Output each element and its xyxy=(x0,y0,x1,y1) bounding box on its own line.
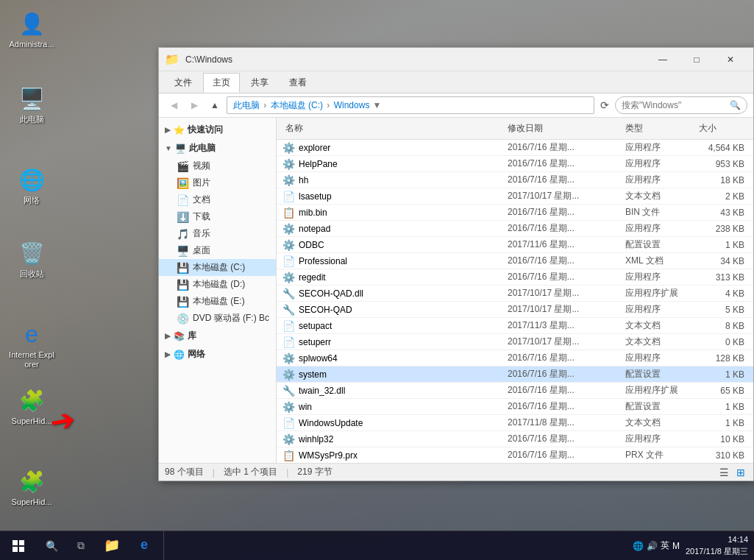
desktop-icon-superhide1[interactable]: 🧩 SuperHid... xyxy=(6,383,57,429)
quick-access-header[interactable]: ▶ ⭐ 快速访问 xyxy=(159,121,276,139)
breadcrumb-windows[interactable]: Windows xyxy=(334,100,370,110)
address-chevron[interactable]: ▼ xyxy=(372,100,381,110)
tab-home[interactable]: 主页 xyxy=(203,73,240,93)
table-row[interactable]: 🔧 twain_32.dll 2016/7/16 星期... 应用程序扩展 65… xyxy=(277,383,753,399)
task-view-button[interactable]: ⧉ xyxy=(66,531,96,560)
breadcrumb-thispc[interactable]: 此电脑 xyxy=(233,100,260,110)
nav-dvd[interactable]: 💿 DVD 驱动器 (F:) Bc xyxy=(159,310,276,327)
file-name: regedit xyxy=(299,272,326,283)
file-name-cell: 📋 mib.bin xyxy=(282,207,505,219)
table-row[interactable]: ⚙️ explorer 2016/7/16 星期... 应用程序 4,564 K… xyxy=(277,140,753,156)
desktop-nav-icon: 🖥️ xyxy=(177,245,189,257)
address-input[interactable]: 此电脑 › 本地磁盘 (C:) › Windows ▼ xyxy=(227,96,594,114)
tab-share[interactable]: 共享 xyxy=(241,73,278,93)
col-date[interactable]: 修改日期 xyxy=(505,121,622,136)
table-row[interactable]: ⚙️ hh 2016/7/16 星期... 应用程序 18 KB xyxy=(277,172,753,188)
file-date: 2016/7/16 星期... xyxy=(505,433,622,445)
back-button[interactable]: ◀ xyxy=(165,96,182,114)
table-row[interactable]: ⚙️ HelpPane 2016/7/16 星期... 应用程序 953 KB xyxy=(277,156,753,172)
desktop-icon-admin[interactable]: 👤 Administra... xyxy=(6,6,57,52)
superhide2-icon: 🧩 xyxy=(17,467,46,496)
file-type-icon: 🔧 xyxy=(282,288,295,300)
breadcrumb-cdrive[interactable]: 本地磁盘 (C:) xyxy=(271,100,323,110)
search-taskbar-button[interactable]: 🔍 xyxy=(37,531,66,560)
file-type: 文本文档 xyxy=(622,190,696,202)
desktop-icon-ie[interactable]: e Internet Explorer xyxy=(6,316,57,372)
thispc-section[interactable]: ▼ 🖥️ 此电脑 xyxy=(159,139,276,157)
table-row[interactable]: ⚙️ splwow64 2016/7/16 星期... 应用程序 128 KB xyxy=(277,350,753,366)
ddrive-icon: 💾 xyxy=(177,279,189,291)
table-row[interactable]: ⚙️ notepad 2016/7/16 星期... 应用程序 238 KB xyxy=(277,221,753,237)
nav-cdrive[interactable]: 💾 本地磁盘 (C:) xyxy=(159,259,276,276)
table-row[interactable]: 📄 Professional 2016/7/16 星期... XML 文档 34… xyxy=(277,253,753,269)
table-row[interactable]: ⚙️ win 2016/7/16 星期... 配置设置 1 KB xyxy=(277,399,753,415)
taskbar-explorer[interactable]: 📁 xyxy=(96,533,128,559)
nav-pictures[interactable]: 🖼️ 图片 xyxy=(159,174,276,191)
file-type-icon: 📄 xyxy=(282,255,295,267)
library-section[interactable]: ▶ 📚 库 xyxy=(159,327,276,345)
ime-indicator[interactable]: M xyxy=(672,541,680,551)
status-total: 98 个项目 xyxy=(165,466,204,478)
file-size: 34 KB xyxy=(696,256,747,266)
minimize-button[interactable]: — xyxy=(646,48,680,71)
file-date: 2017/10/17 星期... xyxy=(505,336,622,348)
desktop-icon-superhide2[interactable]: 🧩 SuperHid... xyxy=(6,464,57,510)
volume-icon[interactable]: 🔊 xyxy=(647,541,658,551)
pc-label: 此电脑 xyxy=(20,115,44,124)
nav-music[interactable]: 🎵 音乐 xyxy=(159,225,276,242)
table-row[interactable]: 📋 WMSysPr9.prx 2016/7/16 星期... PRX 文件 31… xyxy=(277,447,753,463)
refresh-button[interactable]: ⟳ xyxy=(597,99,612,111)
file-size: 18 KB xyxy=(696,175,747,185)
file-name-cell: ⚙️ system xyxy=(282,369,505,380)
network-status-icon[interactable]: 🌐 xyxy=(633,541,644,551)
nav-videos[interactable]: 🎬 视频 xyxy=(159,157,276,174)
table-row[interactable]: ⚙️ ODBC 2017/11/6 星期... 配置设置 1 KB xyxy=(277,237,753,253)
nav-edrive[interactable]: 💾 本地磁盘 (E:) xyxy=(159,293,276,310)
details-view-button[interactable]: ☰ xyxy=(717,467,731,478)
col-type[interactable]: 类型 xyxy=(622,121,696,136)
table-row[interactable]: ⚙️ system 2016/7/16 星期... 配置设置 1 KB xyxy=(277,366,753,383)
tab-file[interactable]: 文件 xyxy=(165,73,202,93)
desktop-icon-network[interactable]: 🌐 网络 xyxy=(6,162,57,208)
tab-view[interactable]: 查看 xyxy=(280,73,316,93)
start-button[interactable] xyxy=(0,531,37,560)
table-row[interactable]: 📄 lsasetup 2017/10/17 星期... 文本文档 2 KB xyxy=(277,188,753,205)
col-name[interactable]: 名称 xyxy=(282,121,505,136)
table-row[interactable]: ⚙️ regedit 2016/7/16 星期... 应用程序 313 KB xyxy=(277,269,753,286)
search-input[interactable] xyxy=(622,100,730,110)
file-name-cell: 📄 WindowsUpdate xyxy=(282,417,505,429)
table-row[interactable]: 📋 mib.bin 2016/7/16 星期... BIN 文件 43 KB xyxy=(277,205,753,221)
search-box[interactable]: 🔍 xyxy=(615,96,747,114)
table-row[interactable]: ⚙️ winhlp32 2016/7/16 星期... 应用程序 10 KB xyxy=(277,431,753,447)
music-icon: 🎵 xyxy=(177,228,189,240)
up-button[interactable]: ▲ xyxy=(206,96,224,114)
maximize-button[interactable]: □ xyxy=(680,48,714,71)
table-row[interactable]: 📄 WindowsUpdate 2017/11/8 星期... 文本文档 1 K… xyxy=(277,415,753,431)
file-date: 2016/7/16 星期... xyxy=(505,206,622,219)
taskbar-ie[interactable]: e xyxy=(128,533,160,559)
quick-access-label: ⭐ xyxy=(174,125,185,135)
pictures-icon: 🖼️ xyxy=(177,177,189,189)
network-section[interactable]: ▶ 🌐 网络 xyxy=(159,345,276,364)
list-view-button[interactable]: ⊞ xyxy=(734,467,747,478)
taskbar-clock[interactable]: 14:14 2017/11/8 星期三 xyxy=(686,534,748,557)
file-type-icon: ⚙️ xyxy=(282,369,295,380)
table-row[interactable]: 📄 setupact 2017/11/3 星期... 文本文档 8 KB xyxy=(277,318,753,334)
nav-documents[interactable]: 📄 文档 xyxy=(159,191,276,208)
close-button[interactable]: ✕ xyxy=(714,48,747,71)
file-date: 2017/10/17 星期... xyxy=(505,287,622,300)
language-indicator[interactable]: 英 xyxy=(661,539,669,552)
nav-downloads[interactable]: ⬇️ 下载 xyxy=(159,208,276,225)
table-row[interactable]: 🔧 SECOH-QAD 2017/10/17 星期... 应用程序 5 KB xyxy=(277,302,753,318)
file-list-rows: ⚙️ explorer 2016/7/16 星期... 应用程序 4,564 K… xyxy=(277,140,753,463)
table-row[interactable]: 🔧 SECOH-QAD.dll 2017/10/17 星期... 应用程序扩展 … xyxy=(277,286,753,302)
table-row[interactable]: 📄 setuperr 2017/10/17 星期... 文本文档 0 KB xyxy=(277,334,753,350)
desktop-icon-recycle[interactable]: 🗑️ 回收站 xyxy=(6,235,57,282)
file-list-area: 名称 修改日期 类型 大小 ⚙️ explorer 2016/7/16 星期..… xyxy=(277,118,753,463)
col-size[interactable]: 大小 xyxy=(696,121,747,136)
desktop-icon-pc[interactable]: 🖥️ 此电脑 xyxy=(6,81,57,127)
nav-desktop[interactable]: 🖥️ 桌面 xyxy=(159,242,276,259)
nav-ddrive[interactable]: 💾 本地磁盘 (D:) xyxy=(159,276,276,293)
forward-button[interactable]: ▶ xyxy=(185,96,203,114)
library-icon: 📚 xyxy=(174,331,185,341)
